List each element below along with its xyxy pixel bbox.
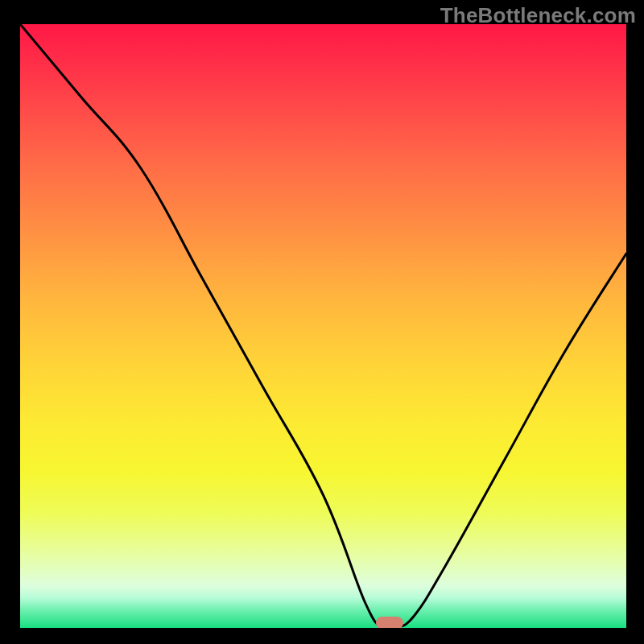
watermark-text: TheBottleneck.com <box>440 3 636 28</box>
chart-frame: TheBottleneck.com <box>0 0 644 644</box>
plot-area <box>20 24 626 628</box>
bottleneck-curve <box>20 24 626 628</box>
minimum-marker <box>376 617 403 628</box>
